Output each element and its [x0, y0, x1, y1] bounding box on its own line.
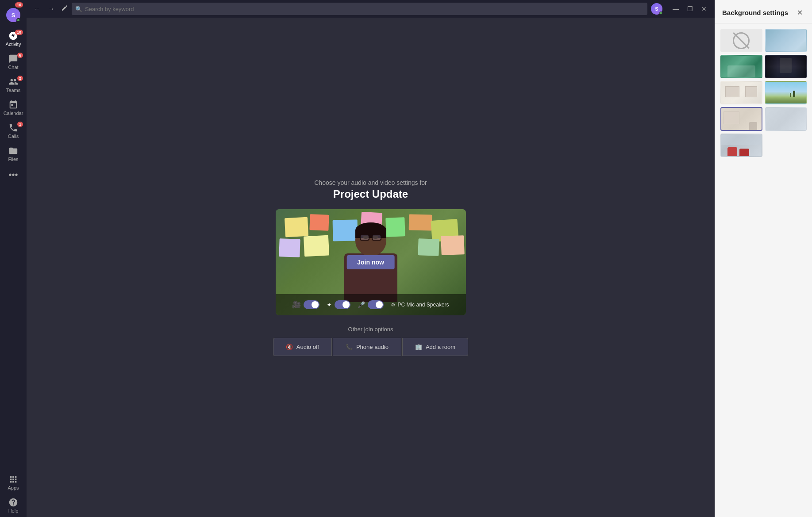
files-label: Files [8, 157, 18, 162]
titlebar-online-dot [659, 11, 662, 15]
bg-option-8[interactable] [720, 134, 762, 157]
join-now-button[interactable]: Join now [346, 255, 395, 269]
phone-audio-icon: 📞 [346, 344, 353, 350]
phone-audio-button[interactable]: 📞 Phone audio [333, 338, 401, 356]
bg-option-5[interactable] [765, 81, 807, 104]
apps-label: Apps [8, 485, 19, 490]
chat-badge: 6 [17, 53, 23, 58]
search-container: 🔍 [72, 3, 647, 15]
other-options-label: Other join options [273, 326, 468, 333]
art-decoration-11 [441, 235, 464, 255]
other-join-options: Other join options 🔇 Audio off 📞 Phone a… [273, 326, 468, 356]
video-controls: 🎥 ✦ 🎤 [276, 294, 466, 315]
sidebar-item-help[interactable]: Help [8, 494, 19, 517]
camera-toggle-thumb [312, 301, 319, 308]
files-icon [8, 146, 18, 156]
teams-badge: 2 [17, 76, 23, 81]
art-decoration-10 [418, 238, 439, 256]
office-wall [727, 65, 755, 77]
search-icon: 🔍 [75, 6, 82, 12]
audio-off-button[interactable]: 🔇 Audio off [273, 338, 332, 356]
mic-icon: 🎤 [358, 301, 365, 308]
forward-button[interactable]: → [45, 3, 58, 15]
phone-audio-label: Phone audio [356, 344, 389, 350]
art-decoration-6 [408, 214, 431, 230]
camera-toggle[interactable] [304, 300, 319, 309]
close-button[interactable]: ✕ [698, 3, 710, 15]
add-room-button[interactable]: 🏢 Add a room [402, 338, 468, 356]
sidebar-bottom: Apps Help [8, 471, 19, 517]
red-chair-1 [727, 147, 738, 156]
background-settings-panel: Background settings ✕ [715, 0, 812, 517]
chat-label: Chat [8, 65, 18, 70]
bg-option-6[interactable] [720, 107, 762, 130]
back-button[interactable]: ← [31, 3, 43, 15]
bg-option-2[interactable] [720, 55, 762, 78]
landscape [766, 96, 806, 103]
room-detail-2 [749, 122, 757, 130]
search-input[interactable] [72, 3, 647, 15]
pc-audio-text: PC Mic and Speakers [397, 302, 449, 308]
blur-toggle-button[interactable]: ✦ [327, 300, 350, 309]
mic-toggle-button[interactable]: 🎤 [358, 300, 384, 309]
bg-option-none[interactable] [720, 29, 762, 52]
activity-count: 10 [15, 30, 23, 35]
join-options-row: 🔇 Audio off 📞 Phone audio 🏢 Add a room [273, 338, 468, 356]
nav-buttons: ← → [31, 3, 58, 15]
bg-option-4[interactable] [720, 81, 762, 104]
sidebar-item-files[interactable]: Files [0, 142, 27, 165]
building-2 [793, 91, 795, 97]
speaker-icon: ⚙ [391, 302, 396, 308]
online-indicator [16, 18, 20, 22]
blur-toggle[interactable] [335, 300, 350, 309]
maximize-button[interactable]: ❐ [684, 3, 696, 15]
glasses-bridge [369, 237, 371, 237]
meeting-header: Choose your audio and video settings for… [314, 179, 427, 200]
room-detail-1 [723, 111, 739, 124]
mic-toggle[interactable] [368, 300, 384, 309]
bg-option-7[interactable] [765, 107, 807, 130]
camera-toggle-button[interactable]: 🎥 [292, 300, 319, 309]
sidebar-item-teams[interactable]: Teams 2 [0, 73, 27, 96]
art-decoration-2 [309, 214, 329, 230]
sidebar-item-calls[interactable]: Calls 1 [0, 119, 27, 142]
building-1 [790, 93, 792, 97]
meeting-subtitle: Choose your audio and video settings for [314, 179, 427, 186]
compose-button[interactable] [61, 4, 68, 13]
none-icon [733, 32, 750, 49]
sidebar-item-calendar[interactable]: Calendar [0, 96, 27, 119]
sidebar-item-apps[interactable]: Apps [8, 471, 19, 494]
calendar-icon [8, 100, 18, 110]
help-label: Help [8, 508, 19, 513]
user-avatar[interactable]: S [6, 8, 20, 22]
bg-option-3[interactable] [765, 55, 807, 78]
sidebar-more[interactable]: ••• [8, 165, 18, 184]
camera-icon: 🎥 [292, 300, 301, 309]
hallway-sides [766, 56, 806, 77]
help-icon [8, 498, 18, 507]
add-room-icon: 🏢 [415, 344, 422, 350]
bg-panel-close-button[interactable]: ✕ [794, 7, 805, 18]
room-window-2 [745, 86, 757, 97]
window-controls: — ❐ ✕ [670, 3, 710, 15]
titlebar-avatar[interactable]: S [651, 3, 662, 15]
art-decoration-8 [279, 238, 300, 257]
glasses-right [372, 234, 381, 241]
minimize-button[interactable]: — [670, 3, 682, 15]
apps-icon [8, 475, 18, 484]
bg-option-1[interactable] [765, 29, 807, 52]
art-decoration-1 [285, 217, 308, 237]
room-window-1 [725, 86, 739, 97]
chat-icon [8, 54, 18, 64]
bg-panel-title: Background settings [722, 9, 788, 16]
meeting-title: Project Update [314, 188, 427, 200]
sidebar: S 10 Activity 10 Chat 6 Teams 2 Calendar [0, 0, 27, 517]
calls-icon [8, 123, 18, 133]
teams-icon [8, 77, 18, 87]
sidebar-item-activity[interactable]: S 10 [0, 0, 27, 27]
add-room-label: Add a room [426, 344, 455, 350]
compose-icon [61, 4, 68, 11]
red-chair-2 [739, 149, 750, 156]
sidebar-item-activity-nav[interactable]: Activity 10 [0, 27, 27, 50]
sidebar-item-chat[interactable]: Chat 6 [0, 50, 27, 73]
